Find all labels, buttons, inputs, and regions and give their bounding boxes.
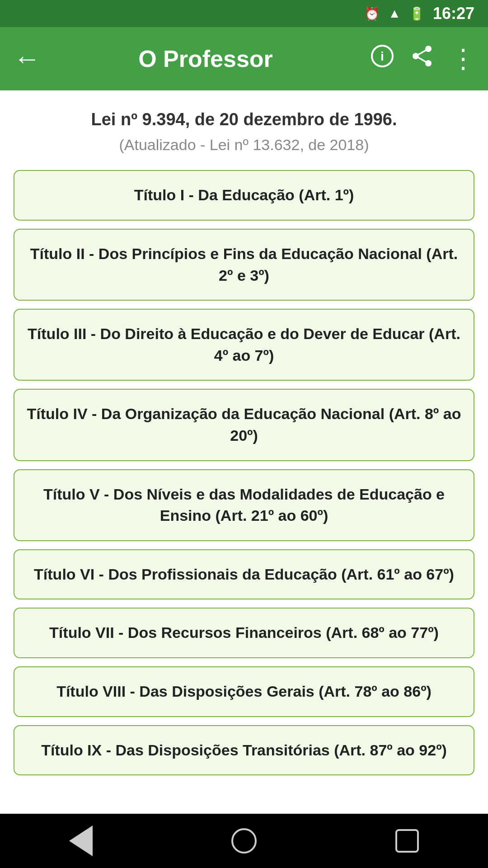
svg-text:i: i bbox=[380, 49, 384, 63]
recents-nav-icon[interactable] bbox=[395, 829, 419, 853]
app-bar-actions: i ⋮ bbox=[371, 43, 474, 74]
titulo-6-button[interactable]: Título VI - Dos Profissionais da Educaçã… bbox=[14, 549, 474, 600]
titulo-4-button[interactable]: Título IV - Da Organização da Educação N… bbox=[14, 389, 474, 461]
home-nav-icon[interactable] bbox=[231, 828, 257, 854]
app-title: O Professor bbox=[54, 45, 357, 72]
alarm-icon: ⏰ bbox=[364, 6, 380, 21]
share-button[interactable] bbox=[410, 44, 434, 73]
info-button[interactable]: i bbox=[371, 44, 394, 73]
status-icons: ⏰ ▲ 🔋 16:27 bbox=[364, 4, 474, 23]
titulo-8-button[interactable]: Título VIII - Das Disposições Gerais (Ar… bbox=[14, 666, 474, 717]
titulo-2-button[interactable]: Título II - Dos Princípios e Fins da Edu… bbox=[14, 229, 474, 301]
titulo-7-button[interactable]: Título VII - Dos Recursos Financeiros (A… bbox=[14, 608, 474, 658]
law-subtitle: (Atualizado - Lei nº 13.632, de 2018) bbox=[14, 136, 474, 154]
titulo-1-button[interactable]: Título I - Da Educação (Art. 1º) bbox=[14, 170, 474, 221]
signal-icon: ▲ bbox=[388, 6, 401, 21]
status-time: 16:27 bbox=[433, 4, 474, 23]
more-options-button[interactable]: ⋮ bbox=[450, 43, 474, 74]
status-bar: ⏰ ▲ 🔋 16:27 bbox=[0, 0, 488, 27]
law-title: Lei nº 9.394, de 20 dezembro de 1996. bbox=[14, 108, 474, 131]
app-bar: ← O Professor i ⋮ bbox=[0, 27, 488, 90]
titulo-3-button[interactable]: Título III - Do Direito à Educação e do … bbox=[14, 309, 474, 381]
titulo-9-button[interactable]: Título IX - Das Disposições Transitórias… bbox=[14, 725, 474, 776]
svg-line-6 bbox=[416, 56, 428, 63]
back-button[interactable]: ← bbox=[14, 45, 41, 72]
back-nav-icon[interactable] bbox=[69, 826, 93, 856]
battery-icon: 🔋 bbox=[409, 6, 425, 21]
nav-bar bbox=[0, 814, 488, 868]
titulo-5-button[interactable]: Título V - Dos Níveis e das Modalidades … bbox=[14, 469, 474, 541]
svg-line-5 bbox=[416, 49, 428, 56]
content-area: Lei nº 9.394, de 20 dezembro de 1996. (A… bbox=[0, 90, 488, 814]
